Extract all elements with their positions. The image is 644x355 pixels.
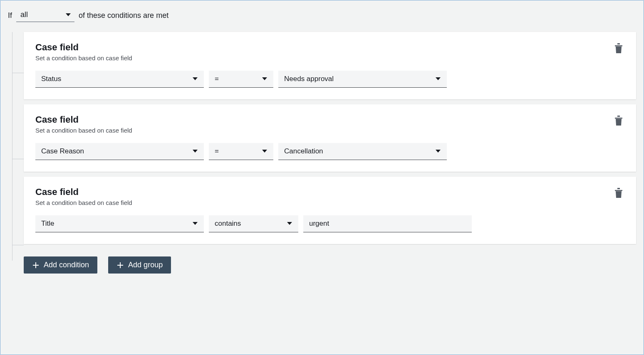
tree-connector-horizontal (12, 159, 24, 159)
svg-rect-4 (615, 190, 622, 191)
delete-condition-button[interactable] (613, 42, 624, 56)
chevron-down-icon (192, 75, 198, 83)
plus-icon (116, 261, 124, 269)
action-buttons: Add condition Add group (24, 256, 636, 274)
field-dropdown[interactable]: Title (35, 215, 204, 232)
card-heading-group: Case field Set a condition based on case… (35, 187, 132, 206)
card-header: Case field Set a condition based on case… (35, 187, 624, 206)
condition-card: Case field Set a condition based on case… (24, 104, 636, 172)
field-dropdown[interactable]: Case Reason (35, 143, 204, 160)
chevron-down-icon (262, 75, 268, 83)
condition-header: If all of these conditions are met (8, 9, 636, 22)
card-header: Case field Set a condition based on case… (35, 114, 624, 134)
condition-row: Status = Needs approval (35, 71, 624, 88)
value-text: Cancellation (284, 147, 323, 155)
svg-rect-3 (617, 116, 620, 117)
svg-rect-0 (615, 45, 622, 47)
operator-value: contains (215, 219, 241, 228)
card-subtitle: Set a condition based on case field (35, 127, 132, 134)
value-dropdown[interactable]: Needs approval (278, 71, 447, 88)
field-value: Case Reason (41, 147, 84, 155)
operator-dropdown[interactable]: = (209, 143, 273, 160)
trash-icon (614, 187, 624, 198)
header-suffix: of these conditions are met (79, 11, 168, 20)
field-value: Status (41, 75, 61, 83)
value-dropdown[interactable]: Cancellation (278, 143, 447, 160)
svg-rect-1 (617, 43, 620, 44)
chevron-down-icon (192, 219, 198, 228)
card-heading-group: Case field Set a condition based on case… (35, 114, 132, 134)
operator-dropdown[interactable]: contains (209, 215, 298, 232)
conditions-list: Case field Set a condition based on case… (8, 32, 636, 274)
field-dropdown[interactable]: Status (35, 71, 204, 88)
card-heading-group: Case field Set a condition based on case… (35, 42, 132, 62)
value-input[interactable] (303, 215, 472, 232)
tree-connector-horizontal (12, 73, 24, 73)
quantifier-value: all (20, 10, 28, 19)
card-title: Case field (35, 42, 132, 53)
condition-card: Case field Set a condition based on case… (24, 32, 636, 99)
svg-rect-2 (615, 118, 622, 119)
trash-icon (614, 43, 624, 54)
card-header: Case field Set a condition based on case… (35, 42, 624, 62)
card-subtitle: Set a condition based on case field (35, 54, 132, 62)
field-value: Title (41, 219, 54, 228)
operator-value: = (215, 75, 219, 83)
card-title: Case field (35, 187, 132, 197)
header-prefix: If (8, 11, 12, 20)
chevron-down-icon (192, 147, 198, 155)
plus-icon (32, 261, 40, 269)
condition-row: Title contains (35, 215, 624, 232)
chevron-down-icon (262, 147, 268, 155)
chevron-down-icon (287, 219, 292, 228)
chevron-down-icon (65, 10, 71, 19)
svg-rect-5 (617, 188, 620, 189)
condition-row: Case Reason = Cancellation (35, 143, 624, 160)
add-condition-label: Add condition (44, 261, 89, 269)
add-group-label: Add group (128, 261, 163, 269)
trash-icon (614, 115, 624, 126)
operator-value: = (215, 147, 219, 155)
rules-builder-panel: If all of these conditions are met Case … (0, 0, 644, 355)
quantifier-dropdown[interactable]: all (16, 9, 74, 22)
chevron-down-icon (435, 75, 441, 83)
tree-connector-horizontal (12, 245, 24, 245)
operator-dropdown[interactable]: = (209, 71, 273, 88)
value-text: Needs approval (284, 75, 334, 83)
delete-condition-button[interactable] (613, 114, 624, 128)
card-title: Case field (35, 114, 132, 125)
add-group-button[interactable]: Add group (108, 256, 171, 274)
delete-condition-button[interactable] (613, 187, 624, 201)
chevron-down-icon (435, 147, 441, 155)
add-condition-button[interactable]: Add condition (24, 256, 97, 274)
card-subtitle: Set a condition based on case field (35, 199, 132, 206)
condition-card: Case field Set a condition based on case… (24, 177, 636, 244)
tree-connector-vertical (12, 32, 12, 261)
